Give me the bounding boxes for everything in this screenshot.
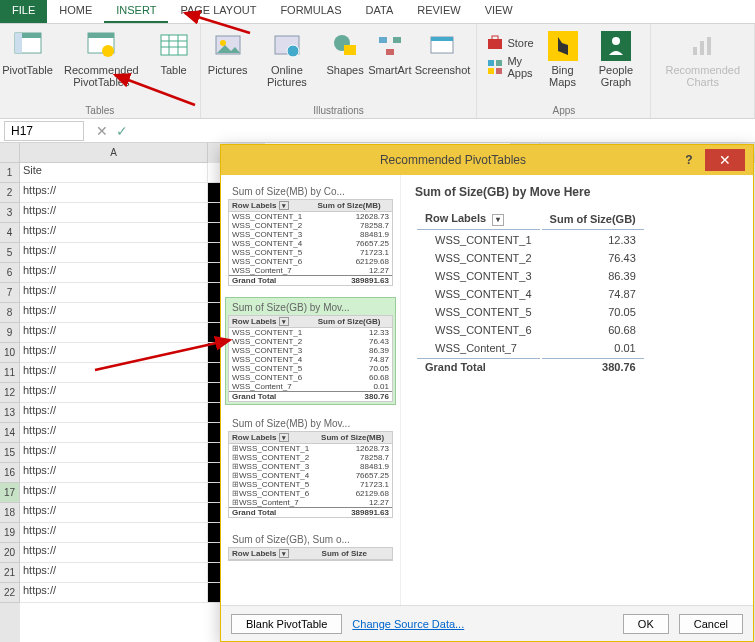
svg-rect-24: [488, 60, 494, 66]
row-header[interactable]: 16: [0, 463, 20, 483]
tab-formulas[interactable]: FORMULAS: [268, 0, 353, 23]
cell[interactable]: https://: [20, 263, 208, 283]
store-button[interactable]: Store: [483, 34, 537, 52]
row-header[interactable]: 4: [0, 223, 20, 243]
svg-rect-17: [379, 37, 387, 43]
row-header[interactable]: 13: [0, 403, 20, 423]
row-header[interactable]: 9: [0, 323, 20, 343]
close-button[interactable]: ✕: [705, 149, 745, 171]
my-apps-icon: [487, 59, 503, 75]
recommended-charts-icon: [687, 30, 719, 62]
row-header[interactable]: 7: [0, 283, 20, 303]
thumbnails-panel[interactable]: Sum of Size(MB) by Co... Row Labels ▾Sum…: [221, 175, 401, 605]
row-header[interactable]: 2: [0, 183, 20, 203]
pictures-button[interactable]: Pictures: [207, 28, 249, 78]
row-header[interactable]: 15: [0, 443, 20, 463]
dropdown-icon[interactable]: ▾: [492, 214, 504, 226]
cell[interactable]: https://: [20, 283, 208, 303]
recommended-pivottables-button[interactable]: Recommended PivotTables: [51, 28, 152, 90]
cell[interactable]: https://: [20, 183, 208, 203]
dialog-title: Recommended PivotTables: [229, 153, 677, 167]
accept-formula-icon[interactable]: ✓: [116, 123, 128, 139]
tab-review[interactable]: REVIEW: [405, 0, 472, 23]
svg-rect-32: [700, 41, 704, 55]
svg-rect-26: [488, 68, 494, 74]
row-header[interactable]: 17: [0, 483, 20, 503]
row-header[interactable]: 3: [0, 203, 20, 223]
pivot-thumbnail[interactable]: Sum of Size(GB), Sum o... Row Labels ▾Su…: [225, 529, 396, 564]
tab-view[interactable]: VIEW: [473, 0, 525, 23]
cell[interactable]: https://: [20, 323, 208, 343]
cell[interactable]: https://: [20, 303, 208, 323]
screenshot-button[interactable]: Screenshot: [415, 28, 471, 78]
change-source-data-link[interactable]: Change Source Data...: [352, 618, 464, 630]
people-graph-icon: [600, 30, 632, 62]
svg-rect-18: [393, 37, 401, 43]
shapes-button[interactable]: Shapes: [325, 28, 365, 78]
cell[interactable]: https://: [20, 423, 208, 443]
row-header[interactable]: 12: [0, 383, 20, 403]
svg-point-14: [287, 45, 299, 57]
tab-page-layout[interactable]: PAGE LAYOUT: [168, 0, 268, 23]
cell[interactable]: https://: [20, 383, 208, 403]
pivot-thumbnail[interactable]: Sum of Size(MB) by Co... Row Labels ▾Sum…: [225, 181, 396, 289]
smartart-icon: [374, 30, 406, 62]
help-button[interactable]: ?: [677, 153, 701, 167]
svg-rect-16: [344, 45, 356, 55]
blank-pivottable-button[interactable]: Blank PivotTable: [231, 614, 342, 634]
tab-home[interactable]: HOME: [47, 0, 104, 23]
pivot-thumbnail[interactable]: Sum of Size(MB) by Mov... Row Labels ▾Su…: [225, 413, 396, 521]
cell[interactable]: https://: [20, 363, 208, 383]
row-header[interactable]: 14: [0, 423, 20, 443]
recommended-charts-button[interactable]: Recommended Charts: [657, 28, 748, 90]
row-header[interactable]: 10: [0, 343, 20, 363]
bing-maps-button[interactable]: Bing Maps: [540, 28, 586, 90]
col-header-a[interactable]: A: [20, 143, 208, 163]
dialog-titlebar[interactable]: Recommended PivotTables ? ✕: [221, 145, 753, 175]
people-graph-button[interactable]: People Graph: [587, 28, 644, 90]
dialog-footer: Blank PivotTable Change Source Data... O…: [221, 605, 753, 641]
cell[interactable]: https://: [20, 403, 208, 423]
row-header[interactable]: 21: [0, 563, 20, 583]
my-apps-button[interactable]: My Apps: [483, 54, 537, 80]
cell[interactable]: https://: [20, 203, 208, 223]
cancel-formula-icon[interactable]: ✕: [96, 123, 108, 139]
cell[interactable]: https://: [20, 443, 208, 463]
tab-insert[interactable]: INSERT: [104, 0, 168, 23]
cell[interactable]: https://: [20, 463, 208, 483]
cell[interactable]: https://: [20, 243, 208, 263]
group-charts: Recommended Charts: [651, 24, 755, 118]
row-header[interactable]: 18: [0, 503, 20, 523]
pivot-thumbnail[interactable]: Sum of Size(GB) by Mov... Row Labels ▾Su…: [225, 297, 396, 405]
row-header[interactable]: 11: [0, 363, 20, 383]
cell[interactable]: https://: [20, 223, 208, 243]
cell[interactable]: https://: [20, 523, 208, 543]
group-apps: Store My Apps Bing Maps People Graph App…: [477, 24, 651, 118]
tab-file[interactable]: FILE: [0, 0, 47, 23]
table-button[interactable]: Table: [154, 28, 194, 78]
ok-button[interactable]: OK: [623, 614, 669, 634]
smartart-button[interactable]: SmartArt: [367, 28, 412, 78]
group-illustrations: Pictures Online Pictures Shapes SmartArt…: [201, 24, 478, 118]
cell[interactable]: https://: [20, 563, 208, 583]
cell[interactable]: https://: [20, 543, 208, 563]
row-header[interactable]: 5: [0, 243, 20, 263]
cell[interactable]: https://: [20, 343, 208, 363]
row-header[interactable]: 6: [0, 263, 20, 283]
cell[interactable]: https://: [20, 483, 208, 503]
cell[interactable]: https://: [20, 583, 208, 603]
cell[interactable]: Site: [20, 163, 208, 183]
row-header[interactable]: 19: [0, 523, 20, 543]
row-header[interactable]: 8: [0, 303, 20, 323]
pivottable-button[interactable]: PivotTable: [6, 28, 49, 78]
row-header[interactable]: 20: [0, 543, 20, 563]
row-header[interactable]: 1: [0, 163, 20, 183]
cell[interactable]: https://: [20, 503, 208, 523]
row-header[interactable]: 22: [0, 583, 20, 603]
pivottable-icon: [12, 30, 44, 62]
name-box[interactable]: [4, 121, 84, 141]
pictures-icon: [212, 30, 244, 62]
cancel-button[interactable]: Cancel: [679, 614, 743, 634]
tab-data[interactable]: DATA: [354, 0, 406, 23]
online-pictures-button[interactable]: Online Pictures: [251, 28, 323, 90]
